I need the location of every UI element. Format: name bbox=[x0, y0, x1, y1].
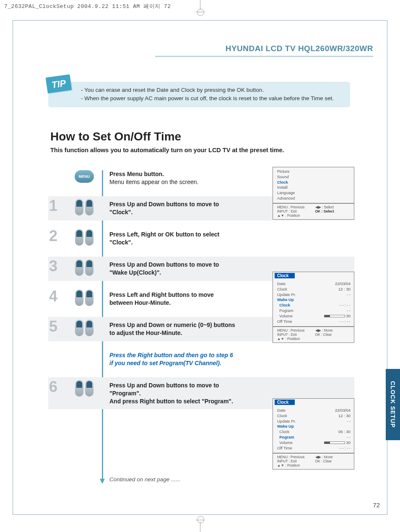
osd2-f-a3: ▲▼ : Position bbox=[277, 337, 313, 341]
section-tab: CLOCK SETUP bbox=[386, 369, 400, 440]
osd1-f-b3 bbox=[315, 213, 351, 218]
osd-row: Date22/03/04 bbox=[277, 281, 351, 287]
osd3-f-b2: OK : Clear bbox=[315, 459, 351, 463]
tip-line-1: - You can erase and reset the Date and C… bbox=[81, 86, 343, 94]
product-header: HYUNDAI LCD TV HQL260WR/320WR bbox=[155, 44, 373, 57]
osd1-f-a1: MENU : Previous bbox=[277, 205, 313, 209]
step-1-l1: Press Up and Down buttons to move to bbox=[109, 200, 235, 208]
step-5-num: 5 bbox=[49, 318, 57, 335]
step-2-l1: Press Left, Right or OK button to select bbox=[109, 231, 235, 239]
note-l2: if you need to set Program(TV Channel). bbox=[109, 359, 235, 367]
osd3-f-a2: INPUT : Exit bbox=[277, 459, 313, 463]
tip-line-2: - When the power supply AC main power is… bbox=[81, 94, 343, 103]
step-5-l1: Press Up and Down or numeric (0~9) butto… bbox=[109, 321, 235, 329]
osd-row: Off Time- - : - - bbox=[277, 319, 351, 324]
osd-row: Pogram- - bbox=[277, 308, 351, 314]
osd-row: Wake Up bbox=[277, 297, 351, 303]
step-6-l1: Press Up and Down buttons to move to bbox=[109, 381, 235, 389]
osd-clock-menu-2: Clock Date22/03/04Clock12 : 30Update Pr.… bbox=[273, 398, 354, 470]
osd2-f-b2: OK : Clear bbox=[315, 332, 351, 337]
osd1-item: Install bbox=[277, 185, 351, 190]
updown-icon bbox=[73, 380, 96, 397]
step-3-num: 3 bbox=[49, 257, 57, 275]
step-1-num: 1 bbox=[49, 197, 57, 215]
osd2-f-a2: INPUT : Exit bbox=[277, 332, 313, 337]
step-6-l3: And press Right button to select "Progra… bbox=[109, 397, 235, 405]
osd-row: Date22/03/04 bbox=[277, 408, 351, 413]
step-6-num: 6 bbox=[49, 378, 57, 396]
osd3-f-a3: ▲▼ : Position bbox=[277, 463, 313, 467]
step-2-num: 2 bbox=[49, 227, 57, 245]
osd-row: Clock12 : 30 bbox=[277, 413, 351, 419]
osd3-f-b1: ◀▶ : Move bbox=[315, 455, 351, 459]
osd-main-menu: PictureSoundClockInstallLanguageAdvanced… bbox=[273, 167, 354, 220]
step-4-l2: between Hour-Minute. bbox=[109, 299, 235, 307]
continued-note: Continued on next page ...... bbox=[109, 476, 181, 483]
osd-row: Update Pr.- - bbox=[277, 292, 351, 298]
osd3-title: Clock bbox=[275, 400, 295, 405]
step-6-l2: "Program". bbox=[109, 389, 235, 397]
osd1-f-b2: OK : Select bbox=[315, 209, 351, 213]
menu-button-label: MENU bbox=[75, 170, 94, 183]
updown-icon bbox=[73, 199, 96, 215]
page-number: 72 bbox=[373, 501, 380, 509]
updown-icon bbox=[73, 319, 96, 336]
step-4-num: 4 bbox=[49, 288, 57, 305]
step-intro-l1: Press Menu button. bbox=[109, 170, 235, 178]
osd1-f-a3: ▲▼ : Position bbox=[277, 213, 313, 218]
osd-row: Clock12 : 30 bbox=[277, 287, 351, 292]
osd3-f-a1: MENU : Previous bbox=[277, 455, 313, 459]
osd-row: Update Pr.- - bbox=[277, 419, 351, 424]
osd2-f-b1: ◀▶ : Move bbox=[315, 328, 351, 332]
tip-box: TIP - You can erase and reset the Date a… bbox=[48, 82, 350, 107]
updown-icon bbox=[73, 259, 96, 276]
osd-row: Wake Up bbox=[277, 424, 351, 429]
page-subtitle: This function allows you to automaticall… bbox=[50, 147, 284, 153]
osd-row: Volume 30 bbox=[277, 440, 351, 446]
step-2: 2 Press Left, Right or OK button to sele… bbox=[48, 226, 354, 251]
step-intro-l2: Menu items appear on the screen. bbox=[109, 178, 235, 186]
crop-mark-top bbox=[200, 0, 200, 10]
osd-clock-menu-1: Clock Date22/03/04Clock12 : 30Update Pr.… bbox=[273, 272, 354, 343]
print-header: 7_2632PAL_ClockSetup 2004.9.22 11:51 AM … bbox=[4, 3, 171, 10]
leftright-icon bbox=[73, 229, 96, 246]
osd-row: Pogram- - bbox=[277, 435, 351, 440]
step-3-l2: "Wake Up(Clock)". bbox=[109, 269, 235, 277]
osd1-item: Sound bbox=[277, 174, 351, 180]
osd1-f-a2: INPUT : Exit bbox=[277, 209, 313, 213]
menu-button-icon: MENU bbox=[73, 169, 96, 183]
step-4-l1: Press Left and Right buttons to move bbox=[109, 291, 235, 299]
osd2-title: Clock bbox=[275, 273, 295, 278]
step-3-l1: Press Up and Down buttons to move to bbox=[109, 261, 235, 269]
osd-row: Off Time- - : - - bbox=[277, 446, 351, 451]
osd1-item: Language bbox=[277, 190, 351, 196]
osd-row: Clock06 : 30 bbox=[277, 429, 351, 435]
step-2-l2: "Clock". bbox=[109, 239, 235, 247]
osd1-f-b1: ◀▶ : Select bbox=[315, 205, 351, 209]
osd2-f-b3 bbox=[315, 337, 351, 341]
osd3-f-b3 bbox=[315, 463, 351, 467]
step-note: Press the Right button and then go to st… bbox=[48, 347, 354, 371]
leftright-icon bbox=[73, 289, 96, 306]
osd1-item: Picture bbox=[277, 169, 351, 174]
crop-mark-bottom bbox=[200, 522, 200, 532]
step-1-l2: "Clock". bbox=[109, 208, 235, 216]
osd2-f-a1: MENU : Previous bbox=[277, 328, 313, 332]
tip-badge: TIP bbox=[46, 74, 72, 93]
osd-row: Clock- - : - - bbox=[277, 303, 351, 308]
page-title: How to Set On/Off Time bbox=[50, 130, 181, 143]
osd1-item: Clock bbox=[277, 180, 351, 185]
note-l1: Press the Right button and then go to st… bbox=[109, 351, 235, 359]
osd-row: Volume 30 bbox=[277, 314, 351, 319]
osd1-item: Advanced bbox=[277, 196, 351, 201]
step-5-l2: to adjust the Hour-Minute. bbox=[109, 329, 235, 337]
